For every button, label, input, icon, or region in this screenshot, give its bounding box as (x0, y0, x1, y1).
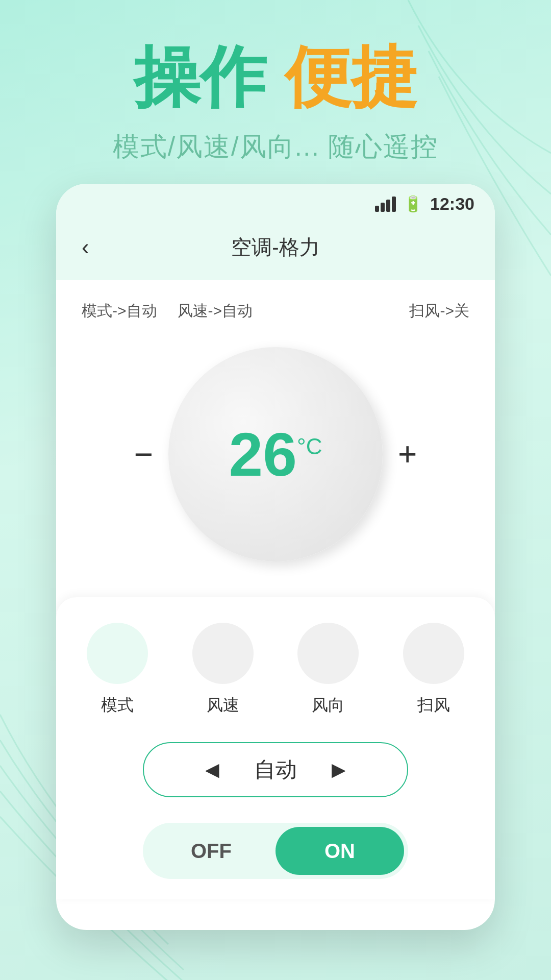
sweep-tag: 扫风->关 (409, 301, 469, 322)
app-header: ‹ 空调-格力 (56, 219, 495, 280)
direction-icon-circle (297, 623, 359, 684)
mode-tag: 模式->自动 (82, 301, 157, 322)
mode-selector[interactable]: ◀ 自动 ▶ (143, 742, 408, 797)
app-title: 空调-格力 (231, 233, 319, 261)
sweep-icon-circle (403, 623, 464, 684)
toggle-on-label: ON (276, 840, 404, 863)
mode-button[interactable]: 模式 (87, 623, 148, 717)
temperature-value: 26 (229, 424, 297, 485)
fan-speed-label: 风速 (207, 694, 239, 717)
phone-mockup: 🔋 12:30 ‹ 空调-格力 模式->自动 风速->自动 扫风->关 − 26… (56, 184, 495, 930)
toggle-row: OFF ON (87, 823, 464, 879)
selector-row: ◀ 自动 ▶ (87, 742, 464, 797)
sweep-button[interactable]: 扫风 (403, 623, 464, 717)
selector-left-arrow[interactable]: ◀ (205, 759, 219, 780)
temp-dial: 26 °C (168, 347, 383, 561)
hero-title-orange: 便捷 (285, 40, 417, 114)
temp-unit: °C (297, 434, 322, 459)
temp-dial-container: − 26 °C + (82, 347, 469, 561)
back-button[interactable]: ‹ (77, 229, 94, 265)
toggle-off-label: OFF (147, 840, 276, 863)
status-time: 12:30 (430, 194, 474, 214)
status-row: 模式->自动 风速->自动 扫风->关 (82, 301, 469, 322)
control-panel: 模式->自动 风速->自动 扫风->关 − 26 °C + (56, 280, 495, 597)
status-left: 模式->自动 风速->自动 (82, 301, 253, 322)
temp-display: 26 °C (229, 424, 322, 485)
sweep-label: 扫风 (417, 694, 450, 717)
bottom-controls: 模式 风速 (56, 597, 495, 899)
hero-title: 操作 便捷 (31, 41, 520, 114)
hero-section: 操作 便捷 模式/风速/风向... 随心遥控 (0, 0, 551, 185)
direction-button[interactable]: 风向 (297, 623, 359, 717)
mode-icon-circle (87, 623, 148, 684)
selector-right-arrow[interactable]: ▶ (332, 759, 346, 780)
hero-title-green: 操作 (134, 40, 266, 114)
speed-tag: 风速->自动 (178, 301, 253, 322)
mode-label: 模式 (101, 694, 134, 717)
status-bar: 🔋 12:30 (56, 184, 495, 219)
signal-icon (375, 197, 396, 212)
increase-temp-button[interactable]: + (383, 430, 432, 478)
direction-label: 风向 (312, 694, 344, 717)
mode-buttons-row: 模式 风速 (87, 623, 464, 717)
fan-speed-icon-circle (192, 623, 254, 684)
power-toggle[interactable]: OFF ON (143, 823, 408, 879)
battery-icon: 🔋 (404, 195, 422, 213)
fan-speed-button[interactable]: 风速 (192, 623, 254, 717)
decrease-temp-button[interactable]: − (119, 430, 168, 478)
hero-subtitle: 模式/风速/风向... 随心遥控 (31, 129, 520, 165)
selector-value: 自动 (245, 755, 306, 784)
